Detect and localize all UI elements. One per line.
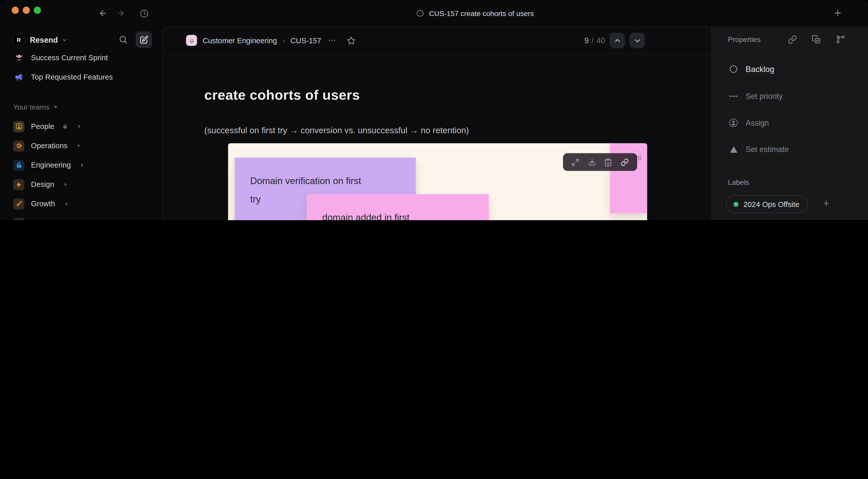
window-titlebar: CUS-157 create cohorts of users (0, 0, 868, 26)
history-clock-icon[interactable] (140, 9, 149, 18)
star-face-icon (13, 218, 24, 220)
main-header: Customer Engineering › CUS-157 9 / 40 (163, 27, 712, 55)
sidebar-item-label: Success Current Sprint (31, 54, 108, 62)
pagination-total: 40 (596, 36, 605, 45)
add-label-plus-icon[interactable] (822, 199, 830, 207)
breadcrumb: Customer Engineering › CUS-157 (186, 27, 356, 54)
labels-section-header: Labels (728, 178, 749, 187)
smiley-icon (186, 35, 197, 46)
lightning-icon (13, 179, 24, 190)
person-badge-icon (13, 121, 24, 132)
caret-down-icon (54, 104, 59, 109)
label-pill-2024-ops-offsite[interactable]: 2024 Ops Offsite (726, 195, 808, 213)
clipboard-icon[interactable] (604, 158, 613, 166)
traffic-light-close[interactable] (12, 7, 19, 14)
linear-app-window: CUS-157 create cohorts of users R Resend (0, 0, 868, 220)
sidebar-team-design[interactable]: Design (0, 175, 163, 194)
link-icon[interactable] (621, 158, 629, 166)
status-row-backlog[interactable]: Backlog (712, 60, 868, 78)
sidebar-team-operations[interactable]: Operations (0, 136, 163, 155)
your-teams-header[interactable]: Your teams (0, 97, 163, 117)
more-options-icon[interactable] (328, 36, 337, 45)
sidebar-item-success-current-sprint[interactable]: Success Current Sprint (0, 54, 163, 67)
set-estimate-row[interactable]: Set estimate (712, 140, 868, 159)
new-tab-plus-icon[interactable] (833, 8, 843, 18)
your-teams-label: Your teams (13, 103, 49, 111)
sidebar-item-label: Design (31, 180, 54, 189)
next-issue-button[interactable] (629, 33, 645, 48)
issue-pagination: 9 / 40 (584, 27, 645, 54)
chevron-right-icon[interactable] (80, 163, 85, 168)
sidebar-item-label: People (31, 122, 54, 131)
sidebar-item-top-requested-features[interactable]: Top Requested Features (0, 67, 163, 87)
estimate-triangle-icon (729, 145, 738, 154)
set-estimate-label: Set estimate (746, 145, 788, 154)
workspace-row: R Resend (0, 31, 163, 49)
image-hover-toolbar (563, 153, 637, 171)
sidebar-item-label: Top Requested Features (31, 73, 113, 82)
breadcrumb-team[interactable]: Customer Engineering (203, 36, 277, 44)
sidebar-item-label: Growth (31, 199, 55, 208)
gear-icon (13, 140, 24, 151)
rocket-icon (13, 198, 24, 210)
pagination-separator: / (591, 36, 593, 45)
sidebar-team-developer-success[interactable]: Developer Success (0, 214, 163, 220)
backlog-status-icon (729, 65, 738, 74)
sidebar-nav: Success Current Sprint Top Requested Fea… (0, 54, 163, 220)
copy-id-icon[interactable] (811, 35, 821, 44)
backlog-status-icon (416, 9, 424, 17)
assign-label: Assign (746, 119, 769, 127)
previous-issue-button[interactable] (610, 33, 625, 48)
chevron-right-icon[interactable] (64, 201, 69, 206)
sidebar-item-label: Engineering (31, 161, 71, 169)
properties-header: Properties (712, 26, 868, 53)
breadcrumb-separator: › (282, 36, 285, 44)
breadcrumb-issue-id[interactable]: CUS-157 (290, 36, 321, 44)
traffic-light-minimize[interactable] (23, 7, 30, 14)
favorite-star-icon[interactable] (347, 36, 356, 45)
lock-icon (62, 123, 68, 129)
padlock-icon (13, 160, 24, 171)
chevron-right-icon[interactable] (76, 143, 82, 148)
forward-arrow-icon[interactable] (116, 9, 125, 18)
sticky-note-pink-1: domain added in first attempt Krithika (307, 194, 489, 220)
megaphone-icon (13, 72, 24, 82)
copy-link-icon[interactable] (787, 35, 797, 44)
issue-title[interactable]: create cohorts of users (204, 87, 360, 103)
properties-title: Properties (728, 35, 761, 44)
sticky-note-text: domain added in first attempt (307, 194, 440, 220)
workspace-name[interactable]: Resend (30, 35, 58, 44)
chevron-right-icon[interactable] (77, 124, 82, 129)
search-icon[interactable] (119, 35, 128, 44)
set-priority-label: Set priority (746, 92, 783, 101)
assign-person-icon (729, 119, 738, 127)
label-text: 2024 Ops Offsite (743, 200, 799, 208)
workspace-logo[interactable]: R (13, 34, 24, 45)
window-title: CUS-157 create cohorts of users (416, 0, 534, 26)
sidebar-item-label: Operations (31, 141, 68, 150)
back-arrow-icon[interactable] (98, 9, 107, 18)
sidebar-team-growth[interactable]: Growth (0, 194, 163, 214)
label-color-dot (734, 202, 739, 207)
download-icon[interactable] (588, 158, 596, 166)
window-title-text: CUS-157 create cohorts of users (429, 9, 534, 18)
sidebar: R Resend Success Current Sprint (0, 26, 163, 220)
pagination-current: 9 (584, 36, 589, 45)
expand-icon[interactable] (571, 158, 580, 166)
set-priority-row[interactable]: Set priority (712, 87, 868, 106)
compose-issue-button[interactable] (135, 32, 152, 48)
status-label: Backlog (746, 65, 774, 74)
sidebar-item-label: Developer Success (31, 219, 95, 220)
git-branch-icon[interactable] (836, 35, 845, 44)
issue-description[interactable]: (successful on first try → conversion vs… (204, 126, 469, 135)
sidebar-team-engineering[interactable]: Engineering (0, 155, 163, 175)
sidebar-team-people[interactable]: People (0, 117, 163, 136)
assign-row[interactable]: Assign (712, 114, 868, 132)
chevron-down-icon[interactable] (61, 37, 67, 43)
properties-panel: Properties Backlog Set priority (711, 26, 868, 220)
whiteboard-image[interactable]: Domain verification on first try Jonni L… (228, 143, 647, 220)
priority-dashes-icon (729, 92, 738, 101)
traffic-light-zoom[interactable] (34, 7, 41, 14)
chevron-right-icon[interactable] (63, 182, 68, 187)
flower-face-icon (13, 54, 24, 63)
